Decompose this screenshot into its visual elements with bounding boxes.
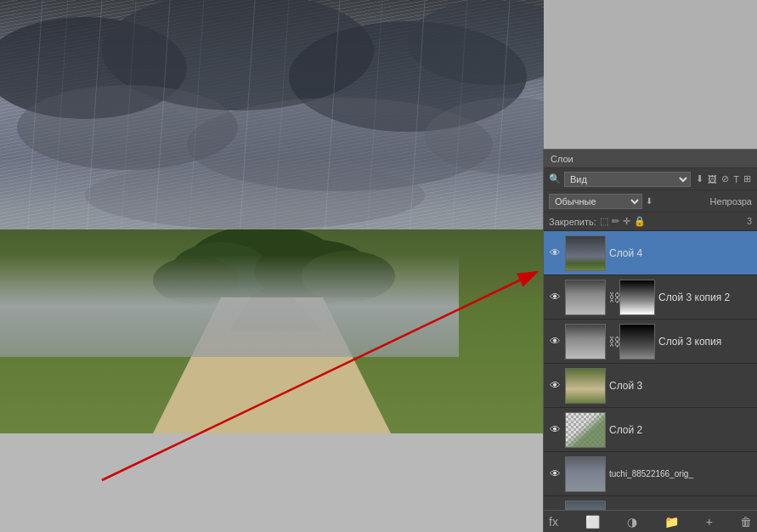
eye-icon-layer3copy2[interactable]: 👁: [547, 290, 562, 305]
eye-icon-layer3[interactable]: 👁: [547, 378, 562, 393]
panel-icon-text[interactable]: T: [732, 173, 740, 185]
panel-title: Слои: [551, 154, 573, 164]
layer-row-layer3[interactable]: 👁 Слой 3: [544, 364, 757, 408]
layer-row-layer4[interactable]: 👁 Слой 4: [544, 231, 757, 275]
lock-move-icon[interactable]: ✛: [623, 216, 630, 227]
layer-thumb-layer4: [565, 235, 606, 271]
layer-filter-select[interactable]: Вид: [564, 172, 691, 187]
clouds-svg: [0, 0, 544, 263]
eye-icon-layer2[interactable]: 👁: [547, 422, 562, 438]
layers-list: 👁 Слой 4 👁 ⛓ Слой 3 копия 2 👁: [544, 231, 757, 512]
layer-thumb-tuchi: [565, 456, 606, 492]
blend-arrow: ⬇: [646, 196, 652, 206]
blend-mode-select[interactable]: Обычные: [549, 194, 642, 209]
adjustment-icon[interactable]: ◑: [627, 515, 637, 529]
canvas-area: [0, 0, 544, 532]
group-icon[interactable]: 📁: [664, 515, 679, 529]
chain-icon-layer3copy2[interactable]: ⛓: [609, 280, 619, 315]
mask-thumb-layer3copy2: [619, 280, 655, 315]
lock-checkered-icon[interactable]: ⬚: [600, 216, 608, 227]
panel-header: Слои: [544, 150, 757, 168]
fx-icon[interactable]: fx: [549, 515, 558, 529]
eye-icon-layer3copy[interactable]: 👁: [547, 334, 562, 349]
layers-panel: Слои 🔍 Вид ⬇ 🖼 ⊘ T ⊞ Обычные ⬇ Непрозра …: [543, 149, 757, 532]
panel-bottom-bar: fx ⬜ ◑ 📁 + 🗑: [544, 510, 757, 532]
lock-label: Закрепить:: [549, 217, 596, 227]
layer-name-layer3copy: Слой 3 копия: [658, 336, 754, 348]
layer-name-layer2: Слой 2: [609, 424, 754, 436]
panel-icon-grid[interactable]: ⊞: [743, 173, 752, 185]
layer-name-tuchi: tuchi_88522166_orig_: [609, 469, 754, 478]
mask-icon[interactable]: ⬜: [585, 515, 600, 529]
mask-thumb-layer3copy: [619, 324, 655, 359]
layer-row-layer3copy[interactable]: 👁 ⛓ Слой 3 копия: [544, 320, 757, 364]
opacity-label: Непрозра: [710, 196, 752, 207]
layer-name-layer3copy2: Слой 3 копия 2: [658, 291, 754, 303]
svg-point-7: [85, 161, 425, 229]
lock-icons-group: ⬚ ✏ ✛ 🔒: [600, 216, 646, 227]
lock-padlock-icon[interactable]: 🔒: [634, 216, 646, 227]
layer-name-layer3: Слой 3: [609, 380, 754, 392]
chain-icon-layer3copy[interactable]: ⛓: [609, 324, 619, 359]
panel-search-row: 🔍 Вид ⬇ 🖼 ⊘ T ⊞: [544, 168, 757, 190]
lock-row: Закрепить: ⬚ ✏ ✛ 🔒 З: [544, 212, 757, 231]
bottom-gray-area: [0, 433, 544, 532]
layer-name-layer4: Слой 4: [609, 247, 754, 259]
lock-brush-icon[interactable]: ✏: [612, 216, 619, 227]
eye-icon-layer4[interactable]: 👁: [547, 246, 562, 261]
filter-arrow: ⬇: [696, 173, 703, 184]
panel-icon-image[interactable]: 🖼: [707, 173, 718, 185]
layer-thumb-layer3copy: [565, 324, 606, 359]
panel-icon-no[interactable]: ⊘: [720, 173, 730, 185]
fill-label: З: [747, 217, 752, 226]
layer-thumb-layer3copy2: [565, 280, 606, 315]
layer-row-layer3copy2[interactable]: 👁 ⛓ Слой 3 копия 2: [544, 275, 757, 320]
layer-row-tuchi[interactable]: 👁 tuchi_88522166_orig_: [544, 452, 757, 496]
delete-icon[interactable]: 🗑: [740, 515, 752, 529]
search-icon: 🔍: [549, 173, 561, 184]
layer-thumb-layer3: [565, 368, 606, 404]
blend-opacity-row: Обычные ⬇ Непрозра: [544, 190, 757, 212]
new-layer-icon[interactable]: +: [706, 515, 713, 529]
layer-thumb-layer2: [565, 412, 606, 448]
eye-icon-tuchi[interactable]: 👁: [547, 467, 562, 482]
fog-layer: [0, 255, 459, 357]
layer-row-layer2[interactable]: 👁 Слой 2: [544, 408, 757, 452]
